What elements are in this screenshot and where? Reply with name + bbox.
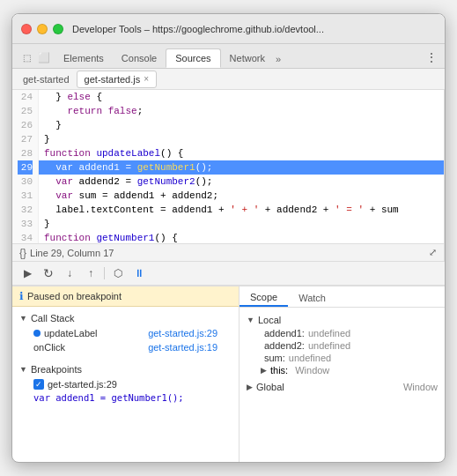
main-area: 24 25 26 27 28 29 30 31 32 33 34 35 36 }… — [12, 90, 445, 261]
global-label: Global — [256, 382, 284, 392]
debug-toolbar: ▶ ↻ ↓ ↑ ⬡ ⏸ — [12, 261, 445, 286]
global-scope-group: ▶ Global Window — [240, 378, 445, 396]
line-numbers: 24 25 26 27 28 29 30 31 32 33 34 35 36 — [12, 90, 39, 243]
file-tab-active-label: get-started.js — [85, 74, 141, 85]
call-stack-label: Call Stack — [31, 313, 75, 324]
main-tab-bar: ⬚ ⬜ Elements Console Sources Network » ⋮ — [12, 44, 445, 69]
resume-button[interactable]: ▶ — [19, 265, 35, 281]
tab-sources[interactable]: Sources — [166, 48, 220, 68]
code-lines[interactable]: } else { return false; } } function upda… — [39, 90, 444, 243]
zoom-button[interactable] — [53, 24, 63, 34]
call-stack-fn-0: updateLabel — [33, 328, 98, 338]
breakpoint-checkbox-0[interactable]: ✓ — [33, 379, 44, 390]
breakpoint-status: Paused on breakpoint — [27, 291, 122, 301]
close-button[interactable] — [21, 24, 32, 34]
code-line-26: } — [39, 118, 444, 132]
call-stack-section: ▼ Call Stack updateLabel get-started.js:… — [12, 307, 239, 358]
global-scope-header[interactable]: ▶ Global Window — [247, 380, 438, 394]
cursor-icon[interactable]: ⬚ — [19, 50, 33, 64]
blue-dot-icon — [33, 330, 41, 337]
info-icon: ℹ — [19, 290, 24, 302]
devtools-window: Developer Tools – https://googlechrome.g… — [11, 13, 446, 463]
breakpoint-code: var addend1 = getNumber1(); — [19, 391, 232, 404]
step-over-button[interactable]: ↻ — [41, 265, 56, 281]
traffic-lights — [21, 24, 63, 34]
this-value: Window — [295, 365, 329, 376]
global-triangle: ▶ — [247, 383, 253, 391]
code-line-27: } — [39, 132, 444, 146]
expand-icon[interactable]: ⤢ — [429, 247, 437, 258]
cursor-position: {} Line 29, Column 17 ⤢ — [12, 243, 444, 261]
pause-exceptions-button[interactable]: ⏸ — [131, 265, 147, 281]
file-tab-get-started-js[interactable]: get-started.js × — [77, 71, 157, 88]
code-line-30: var addend2 = getNumber2(); — [39, 175, 444, 189]
call-stack-item-1[interactable]: onClick get-started.js:19 — [19, 340, 232, 354]
code-line-25: return false; — [39, 104, 444, 118]
local-triangle: ▼ — [247, 316, 254, 324]
window-title: Developer Tools – https://googlechrome.g… — [72, 24, 324, 34]
breakpoint-item-0[interactable]: ✓ get-started.js:29 — [19, 377, 232, 391]
code-line-33: } — [39, 217, 444, 231]
tab-network[interactable]: Network — [221, 48, 274, 68]
breakpoints-label: Breakpoints — [31, 364, 82, 375]
file-tab-bar: get-started get-started.js × — [12, 69, 445, 90]
step-out-button[interactable]: ↑ — [83, 265, 99, 281]
call-stack-triangle: ▼ — [19, 314, 27, 323]
blackbox-button[interactable]: ⬡ — [110, 265, 126, 281]
code-line-34: function getNumber1() { — [39, 231, 444, 243]
tab-console[interactable]: Console — [113, 48, 166, 68]
breakpoints-triangle: ▼ — [19, 365, 27, 374]
code-line-28: function updateLabel() { — [39, 146, 444, 160]
scope-content: ▼ Local addend1: undefined addend2: unde… — [240, 308, 445, 462]
bottom-area: ℹ Paused on breakpoint ▼ Call Stack upda… — [12, 286, 445, 462]
scope-item-addend1: addend1: undefined — [247, 327, 438, 339]
scope-item-sum: sum: undefined — [247, 352, 438, 364]
this-key: this: — [270, 365, 288, 376]
call-stack-file-0[interactable]: get-started.js:29 — [148, 328, 217, 338]
call-stack-fn-1: onClick — [33, 342, 65, 353]
call-stack-header[interactable]: ▼ Call Stack — [19, 310, 232, 326]
call-stack-file-1[interactable]: get-started.js:19 — [148, 342, 217, 353]
tab-scope[interactable]: Scope — [240, 289, 288, 307]
left-panel: ℹ Paused on breakpoint ▼ Call Stack upda… — [12, 286, 240, 462]
file-tab-label: get-started — [23, 74, 70, 85]
code-line-32: label.textContent = addend1 + ' + ' + ad… — [39, 203, 444, 217]
scope-key-addend1: addend1: — [264, 328, 305, 338]
scope-val-addend1: undefined — [308, 328, 350, 338]
step-into-button[interactable]: ↓ — [62, 265, 77, 281]
right-panel: Scope Watch ▼ Local addend1: undefined a… — [240, 286, 445, 462]
tab-watch[interactable]: Watch — [288, 289, 336, 307]
minimize-button[interactable] — [37, 24, 48, 34]
more-tabs-button[interactable]: » — [276, 54, 281, 64]
breakpoints-section: ▼ Breakpoints ✓ get-started.js:29 var ad… — [12, 358, 239, 407]
this-triangle: ▶ — [261, 366, 267, 375]
cursor-location: Line 29, Column 17 — [30, 248, 114, 258]
file-tab-get-started[interactable]: get-started — [16, 71, 77, 88]
scope-val-addend2: undefined — [308, 340, 350, 351]
file-tab-close-icon[interactable]: × — [144, 74, 149, 84]
cursor-brace-icon: {} — [19, 247, 26, 259]
scope-key-addend2: addend2: — [264, 340, 305, 351]
device-icon[interactable]: ⬜ — [37, 50, 51, 64]
scope-val-sum: undefined — [289, 353, 331, 363]
call-stack-item-0[interactable]: updateLabel get-started.js:29 — [19, 326, 232, 340]
toolbar-divider — [104, 267, 105, 279]
global-value: Window — [403, 382, 438, 392]
scope-tab-bar: Scope Watch — [240, 286, 445, 308]
code-line-31: var sum = addend1 + addend2; — [39, 189, 444, 203]
this-item[interactable]: ▶ this: Window — [247, 364, 438, 376]
code-line-24: } else { — [39, 90, 444, 104]
breakpoints-header[interactable]: ▼ Breakpoints — [19, 361, 232, 377]
breakpoint-file-0: get-started.js:29 — [48, 379, 117, 390]
tab-elements[interactable]: Elements — [55, 48, 113, 68]
devtools-menu-icon[interactable]: ⋮ — [425, 50, 438, 64]
code-content: 24 25 26 27 28 29 30 31 32 33 34 35 36 }… — [12, 90, 444, 243]
scope-item-addend2: addend2: undefined — [247, 339, 438, 352]
code-line-29: var addend1 = getNumber1(); — [39, 160, 444, 175]
code-editor: 24 25 26 27 28 29 30 31 32 33 34 35 36 }… — [12, 90, 445, 261]
local-scope-header[interactable]: ▼ Local — [247, 313, 438, 327]
scope-key-sum: sum: — [264, 353, 285, 363]
local-label: Local — [258, 315, 281, 325]
title-bar: Developer Tools – https://googlechrome.g… — [12, 14, 445, 44]
breakpoint-banner: ℹ Paused on breakpoint — [12, 286, 239, 307]
